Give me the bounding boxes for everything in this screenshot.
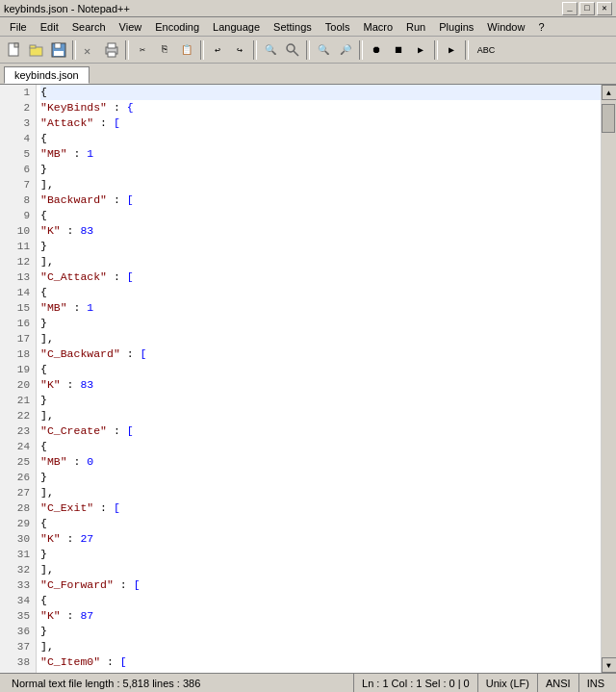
- status-encoding-text: Unix (LF): [486, 678, 529, 689]
- code-line: "K" : 83: [40, 223, 601, 239]
- save-button[interactable]: [48, 39, 69, 61]
- menu-search[interactable]: Search: [66, 19, 112, 35]
- line-number: 13: [0, 269, 36, 285]
- line-number: 22: [0, 408, 36, 423]
- vertical-scrollbar[interactable]: ▲ ▼: [601, 85, 616, 673]
- code-line: "C_Backward" : [: [40, 346, 601, 362]
- code-line: ],: [40, 254, 601, 269]
- print-button[interactable]: [101, 39, 122, 61]
- macro-play-button[interactable]: ▶: [410, 39, 431, 61]
- svg-rect-1: [14, 43, 18, 47]
- scroll-track[interactable]: [602, 100, 617, 657]
- minimize-button[interactable]: _: [562, 2, 578, 15]
- macro-stop-button[interactable]: ⏹: [388, 39, 409, 61]
- code-line: ],: [40, 177, 601, 192]
- svg-rect-3: [30, 45, 36, 48]
- line-number: 36: [0, 624, 36, 639]
- code-line: {: [40, 208, 601, 223]
- menu-tools[interactable]: Tools: [320, 19, 356, 35]
- menu-edit[interactable]: Edit: [35, 19, 64, 35]
- menu-help[interactable]: ?: [532, 19, 550, 35]
- line-number: 23: [0, 423, 36, 439]
- toolbar: ✕ ✂ ⎘ 📋 ↩ ↪ 🔍 🔍 🔎 ⏺ ⏹ ▶ ▶ ABC: [0, 37, 616, 64]
- scroll-down-arrow[interactable]: ▼: [602, 657, 617, 673]
- line-number: 3: [0, 115, 36, 131]
- line-number: 10: [0, 223, 36, 239]
- code-line: }: [40, 239, 601, 254]
- scroll-up-arrow[interactable]: ▲: [602, 85, 617, 100]
- line-number: 30: [0, 531, 36, 547]
- find-replace-button[interactable]: [282, 39, 303, 61]
- menu-file[interactable]: File: [4, 19, 33, 35]
- line-number: 9: [0, 208, 36, 223]
- toolbar-sep-3: [200, 40, 204, 60]
- menu-settings[interactable]: Settings: [268, 19, 318, 35]
- run-button[interactable]: ▶: [441, 39, 462, 61]
- redo-button[interactable]: ↪: [229, 39, 250, 61]
- menu-encoding[interactable]: Encoding: [149, 19, 205, 35]
- open-button[interactable]: [26, 39, 47, 61]
- paste-button[interactable]: 📋: [176, 39, 197, 61]
- line-number: 17: [0, 331, 36, 346]
- line-number: 1: [0, 85, 36, 100]
- copy-button[interactable]: ⎘: [154, 39, 175, 61]
- tab-keybinds-json[interactable]: keybinds.json: [4, 66, 90, 84]
- tab-label: keybinds.json: [14, 69, 79, 81]
- line-number: 31: [0, 547, 36, 562]
- code-line: }: [40, 316, 601, 331]
- abc-button[interactable]: ABC: [472, 39, 500, 61]
- menu-window[interactable]: Window: [481, 19, 530, 35]
- line-number: 8: [0, 192, 36, 208]
- zoom-in-button[interactable]: 🔍: [313, 39, 334, 61]
- status-encoding: Unix (LF): [478, 674, 538, 692]
- status-fileinfo-text: Normal text file length : 5,818 lines : …: [12, 678, 200, 689]
- code-line: "K" : 27: [40, 531, 601, 547]
- code-area[interactable]: { "KeyBinds" : { "Attack" : [ { "MB" : 1…: [37, 85, 601, 673]
- svg-point-11: [287, 44, 295, 52]
- line-number: 15: [0, 300, 36, 316]
- line-number: 29: [0, 516, 36, 531]
- new-button[interactable]: [4, 39, 25, 61]
- menu-plugins[interactable]: Plugins: [433, 19, 479, 35]
- svg-rect-10: [108, 52, 116, 57]
- toolbar-sep-8: [465, 40, 469, 60]
- find-button[interactable]: 🔍: [260, 39, 281, 61]
- code-line: "MB" : 1: [40, 300, 601, 316]
- svg-rect-5: [55, 43, 61, 48]
- menu-macro[interactable]: Macro: [357, 19, 398, 35]
- line-number: 18: [0, 346, 36, 362]
- menu-language[interactable]: Language: [207, 19, 266, 35]
- svg-text:✕: ✕: [84, 45, 90, 58]
- undo-button[interactable]: ↩: [207, 39, 228, 61]
- svg-line-12: [294, 51, 298, 56]
- code-line: "C_Forward" : [: [40, 577, 601, 593]
- zoom-out-button[interactable]: 🔎: [335, 39, 356, 61]
- line-number: 33: [0, 577, 36, 593]
- code-line: }: [40, 624, 601, 639]
- close-button[interactable]: ✕: [597, 2, 612, 15]
- code-line: {: [40, 439, 601, 454]
- code-line: "Backward" : [: [40, 192, 601, 208]
- maximize-button[interactable]: □: [579, 2, 595, 15]
- menu-bar: File Edit Search View Encoding Language …: [0, 17, 616, 37]
- menu-run[interactable]: Run: [400, 19, 431, 35]
- toolbar-sep-2: [125, 40, 129, 60]
- code-line: {: [40, 516, 601, 531]
- line-number: 2: [0, 100, 36, 115]
- menu-view[interactable]: View: [114, 19, 148, 35]
- macro-record-button[interactable]: ⏺: [366, 39, 387, 61]
- cut-button[interactable]: ✂: [132, 39, 153, 61]
- line-number: 32: [0, 562, 36, 577]
- scroll-thumb[interactable]: [602, 104, 615, 133]
- code-line: "C_Create" : [: [40, 423, 601, 439]
- line-number: 37: [0, 639, 36, 654]
- svg-rect-9: [108, 43, 116, 48]
- status-insertmode-text: INS: [587, 678, 604, 689]
- close-file-button[interactable]: ✕: [79, 39, 100, 61]
- code-line: {: [40, 593, 601, 608]
- code-line: "MB" : 0: [40, 454, 601, 470]
- line-number: 38: [0, 654, 36, 670]
- tab-bar: keybinds.json: [0, 64, 616, 85]
- code-line: "KeyBinds" : {: [40, 100, 601, 115]
- code-line: ],: [40, 408, 601, 423]
